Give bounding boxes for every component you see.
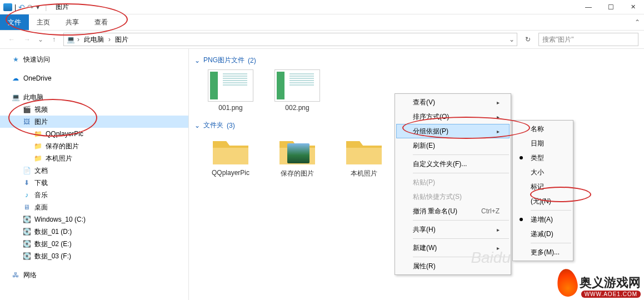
sidebar-label: 图片	[34, 117, 48, 127]
sidebar-qqplayerpic[interactable]: 📁QQplayerPic	[0, 128, 188, 140]
sub-name[interactable]: 名称	[514, 122, 572, 136]
file-item-001[interactable]: 001.png	[206, 69, 256, 112]
sub-separator	[531, 243, 571, 243]
breadcrumb-sep[interactable]: ›	[77, 36, 79, 43]
sidebar-pictures[interactable]: 🖼图片	[0, 116, 188, 128]
tab-view[interactable]: 查看	[87, 14, 116, 30]
sidebar-quick-access[interactable]: ★快速访问	[0, 53, 188, 66]
sidebar-documents[interactable]: 📄文档	[0, 164, 188, 177]
ctx-separator	[413, 154, 509, 155]
sidebar-label: 本机照片	[46, 154, 72, 163]
ctx-label: 排序方式(O)	[413, 112, 449, 122]
address-dropdown-icon[interactable]: ⌄	[509, 36, 515, 43]
refresh-button[interactable]: ↻	[521, 33, 535, 46]
nav-back-button[interactable]: ←	[6, 33, 18, 46]
watermark-logo: 奥义游戏网 WWW.AOE1.COM	[557, 269, 641, 297]
ctx-group-by[interactable]: 分组依据(P)▸	[396, 124, 510, 138]
sidebar-drive-d[interactable]: 💽数据_01 (D:)	[0, 226, 188, 238]
sidebar-desktop[interactable]: 🖥桌面	[0, 201, 188, 213]
folder-item-camera[interactable]: 本机照片	[339, 134, 389, 178]
sidebar-music[interactable]: ♪音乐	[0, 189, 188, 201]
ctx-undo-rename[interactable]: 撤消 重命名(U)Ctrl+Z	[396, 204, 510, 218]
tab-home[interactable]: 主页	[29, 14, 58, 30]
context-menu: 查看(V)▸ 排序方式(O)▸ 分组依据(P)▸ 刷新(E) 自定义文件夹(F)…	[395, 93, 511, 275]
sidebar-label: Windows_10 (C:)	[34, 216, 86, 223]
ctx-label: 粘贴快捷方式(S)	[413, 192, 462, 202]
sub-type[interactable]: 类型	[514, 151, 572, 165]
sub-none[interactable]: (无)(N)	[514, 194, 572, 208]
sidebar-thispc[interactable]: 💻此电脑	[0, 91, 188, 103]
submenu-arrow-icon: ▸	[497, 245, 500, 251]
sidebar-drive-f[interactable]: 💽数据_03 (F:)	[0, 250, 188, 262]
group-header-png[interactable]: ⌄ PNG图片文件 (2)	[194, 56, 638, 65]
submenu-arrow-icon: ▸	[497, 227, 500, 233]
qat-dropdown-icon[interactable]: ▾	[36, 3, 39, 11]
desktop-icon: 🖥	[22, 203, 31, 212]
sidebar-label: 数据_03 (F:)	[34, 252, 71, 261]
ctx-properties[interactable]: 属性(R)	[396, 259, 510, 273]
sub-size[interactable]: 大小	[514, 165, 572, 179]
nav-forward-button[interactable]: →	[21, 33, 33, 46]
sub-ascending[interactable]: 递增(A)	[514, 212, 572, 227]
group-count: (3)	[227, 122, 235, 129]
file-item-002[interactable]: 002.png	[272, 69, 322, 112]
group-label: PNG图片文件	[203, 56, 244, 65]
ctx-share[interactable]: 共享(H)▸	[396, 222, 510, 237]
sidebar-network[interactable]: 🖧网络	[0, 269, 188, 281]
sub-label: 递减(D)	[531, 229, 553, 239]
redo-icon[interactable]: ↷	[27, 3, 34, 12]
sub-separator	[531, 210, 571, 211]
nav-history-dropdown[interactable]: ⌄	[37, 33, 44, 46]
sidebar-onedrive[interactable]: ☁OneDrive	[0, 72, 188, 84]
sidebar-drive-c[interactable]: 💽Windows_10 (C:)	[0, 213, 188, 226]
ctx-separator	[413, 173, 509, 173]
undo-icon[interactable]: ↶	[18, 3, 25, 12]
ctx-label: 属性(R)	[413, 262, 436, 271]
sidebar-saved-pictures[interactable]: 📁保存的图片	[0, 140, 188, 152]
sub-date[interactable]: 日期	[514, 136, 572, 151]
sidebar-video[interactable]: 🎬视频	[0, 103, 188, 116]
tab-file[interactable]: 文件	[0, 14, 29, 30]
content-pane[interactable]: ⌄ PNG图片文件 (2) 001.png 002.png ⌄ 文件夹 (3) …	[189, 49, 644, 300]
sidebar-downloads[interactable]: ⬇下载	[0, 177, 188, 189]
ctx-new[interactable]: 新建(W)▸	[396, 241, 510, 255]
folder-icon	[211, 134, 251, 167]
ctx-label: 刷新(E)	[413, 141, 435, 151]
sidebar-camera-roll[interactable]: 📁本机照片	[0, 152, 188, 164]
submenu-arrow-icon: ▸	[497, 99, 500, 106]
sidebar-label: 视频	[34, 105, 48, 114]
address-strip[interactable]: 💻 › 此电脑 › 图片 ⌄	[63, 33, 517, 46]
chevron-down-icon: ⌄	[194, 57, 200, 64]
ctx-sort[interactable]: 排序方式(O)▸	[396, 109, 510, 124]
ctx-customize-folder[interactable]: 自定义文件夹(F)...	[396, 157, 510, 171]
sub-descending[interactable]: 递减(D)	[514, 227, 572, 241]
group-by-submenu: 名称 日期 类型 大小 标记 (无)(N) 递增(A) 递减(D) 更多(M).…	[512, 120, 573, 261]
sub-tag[interactable]: 标记	[514, 179, 572, 194]
ribbon-expand-icon[interactable]: ⌃	[631, 14, 644, 30]
sub-label: 大小	[531, 168, 544, 177]
watermark-url: WWW.AOE1.COM	[581, 291, 641, 298]
folder-icon: 📁	[33, 129, 42, 138]
sub-more[interactable]: 更多(M)...	[514, 245, 572, 259]
ctx-view[interactable]: 查看(V)▸	[396, 95, 510, 109]
sidebar-drive-e[interactable]: 💽数据_02 (E:)	[0, 238, 188, 250]
ctx-refresh[interactable]: 刷新(E)	[396, 138, 510, 153]
folder-label: 保存的图片	[272, 169, 322, 178]
minimize-button[interactable]: —	[577, 0, 600, 14]
folder-item-saved[interactable]: 保存的图片	[272, 134, 322, 178]
close-button[interactable]: ✕	[622, 0, 644, 14]
sub-label: 类型	[531, 153, 544, 163]
sidebar-label: 数据_02 (E:)	[34, 239, 72, 249]
breadcrumb-root[interactable]: 此电脑	[82, 35, 106, 44]
tab-share[interactable]: 共享	[58, 14, 87, 30]
main-area: ★快速访问 ☁OneDrive 💻此电脑 🎬视频 🖼图片 📁QQplayerPi…	[0, 49, 644, 300]
breadcrumb-current[interactable]: 图片	[113, 35, 131, 44]
title-bar: | ↶ ↷ ▾ | 图片 — ☐ ✕	[0, 0, 644, 14]
folder-item-qqplayerpic[interactable]: QQplayerPic	[206, 134, 256, 178]
nav-up-button[interactable]: ↑	[48, 33, 60, 46]
maximize-button[interactable]: ☐	[600, 0, 622, 14]
folder-icon	[277, 134, 317, 167]
search-input[interactable]: 搜索"图片"	[538, 33, 638, 46]
sub-label: 名称	[531, 124, 544, 134]
breadcrumb-sep-2[interactable]: ›	[108, 36, 111, 43]
